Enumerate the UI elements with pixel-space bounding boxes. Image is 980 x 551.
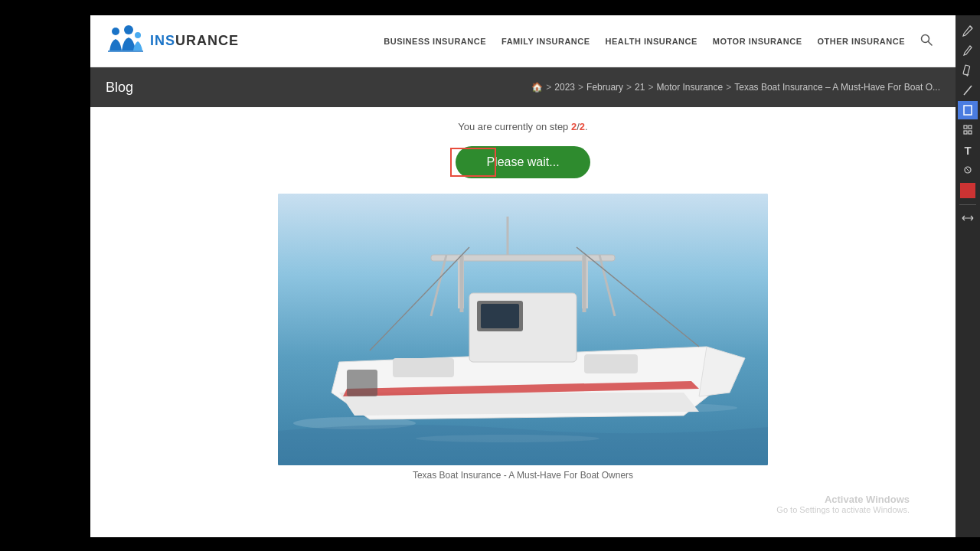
svg-line-1 (964, 86, 972, 95)
nav-menu: BUSINESS INSURANCE FAMILY INSURANCE HEAL… (384, 34, 933, 48)
search-icon[interactable] (920, 34, 933, 48)
nav-family-insurance[interactable]: FAMILY INSURANCE (501, 37, 590, 46)
button-area: Please wait... (90, 140, 956, 194)
svg-point-10 (124, 25, 133, 34)
select-icon[interactable] (958, 101, 978, 119)
logo-area: INSURANCE (106, 24, 239, 58)
red-color-button[interactable] (960, 183, 975, 198)
svg-rect-5 (964, 131, 967, 134)
step-area: You are currently on step 2/2. (90, 107, 956, 140)
red-outline-overlay (450, 148, 496, 177)
pen2-icon[interactable] (958, 41, 978, 60)
svg-rect-21 (481, 304, 519, 328)
svg-rect-0 (963, 65, 970, 75)
step-text: You are currently on step (458, 121, 571, 132)
site-header: INSURANCE BUSINESS INSURANCE FAMILY INSU… (90, 15, 956, 67)
grid-icon[interactable] (958, 121, 978, 139)
breadcrumb-motor[interactable]: Motor Insurance (656, 82, 723, 93)
svg-line-8 (966, 168, 969, 171)
breadcrumb-title: Blog (106, 80, 133, 96)
eraser-icon[interactable] (958, 161, 978, 179)
svg-rect-2 (964, 106, 972, 115)
svg-rect-30 (393, 358, 454, 377)
boat-caption: Texas Boat Insurance - A Must-Have For B… (413, 470, 633, 481)
svg-point-9 (112, 28, 119, 35)
svg-point-11 (135, 32, 141, 38)
breadcrumb-bar: Blog 🏠 > 2023 > February > 21 > Motor In… (90, 67, 956, 107)
breadcrumb-day[interactable]: 21 (635, 82, 645, 93)
svg-rect-4 (969, 126, 972, 129)
nav-health-insurance[interactable]: HEALTH INSURANCE (606, 37, 697, 46)
pencil-icon[interactable] (958, 61, 978, 80)
svg-rect-6 (969, 131, 972, 134)
toolbar-separator (959, 204, 976, 205)
arrows-icon[interactable] (958, 209, 978, 227)
activate-windows-watermark: Activate Windows Go to Settings to activ… (776, 494, 910, 514)
nav-other-insurance[interactable]: OTHER INSURANCE (818, 37, 905, 46)
nav-business-insurance[interactable]: BUSINESS INSURANCE (384, 37, 486, 46)
step-period: . (585, 121, 588, 132)
black-bar-top (0, 0, 980, 15)
breadcrumb-year[interactable]: 2023 (554, 82, 575, 93)
nav-motor-insurance[interactable]: MOTOR INSURANCE (713, 37, 802, 46)
black-bar-bottom (0, 537, 980, 551)
boat-image-container: Texas Boat Insurance - A Must-Have For B… (90, 194, 956, 488)
right-toolbar: T (956, 15, 980, 537)
logo-image (106, 24, 144, 58)
logo-text: INSURANCE (150, 33, 239, 49)
breadcrumb-path: 🏠 > 2023 > February > 21 > Motor Insuran… (531, 82, 940, 93)
svg-rect-32 (347, 370, 377, 396)
svg-line-14 (929, 42, 933, 46)
line-icon[interactable] (958, 81, 978, 99)
svg-rect-3 (964, 126, 967, 129)
breadcrumb-month[interactable]: February (586, 82, 623, 93)
black-bar-left (0, 0, 90, 551)
breadcrumb-home[interactable]: 🏠 (531, 82, 543, 93)
step-total: 2 (580, 121, 585, 132)
pen-icon[interactable] (958, 21, 978, 40)
text-icon[interactable]: T (958, 141, 978, 159)
svg-rect-31 (584, 354, 638, 373)
breadcrumb-article: Texas Boat Insurance – A Must-Have For B… (734, 82, 940, 93)
main-content: INSURANCE BUSINESS INSURANCE FAMILY INSU… (90, 15, 956, 537)
boat-image (278, 194, 768, 465)
